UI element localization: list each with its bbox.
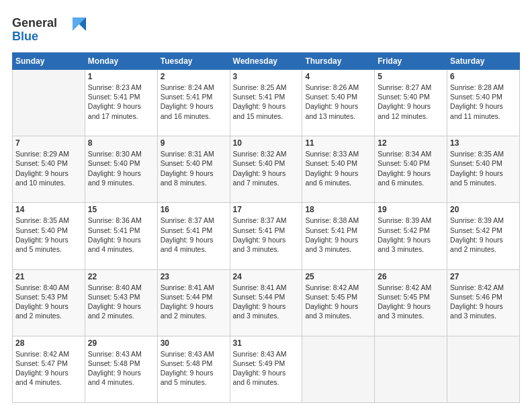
calendar-cell: 24Sunrise: 8:41 AMSunset: 5:44 PMDayligh… xyxy=(230,269,302,336)
day-number: 11 xyxy=(305,138,371,148)
calendar-table: SundayMondayTuesdayWednesdayThursdayFrid… xyxy=(12,52,520,403)
day-info: Sunrise: 8:38 AMSunset: 5:41 PMDaylight:… xyxy=(305,216,371,254)
calendar-cell: 10Sunrise: 8:32 AMSunset: 5:40 PMDayligh… xyxy=(230,136,302,203)
calendar-cell: 11Sunrise: 8:33 AMSunset: 5:40 PMDayligh… xyxy=(302,136,375,203)
day-number: 15 xyxy=(88,205,154,214)
calendar-cell: 4Sunrise: 8:26 AMSunset: 5:40 PMDaylight… xyxy=(302,70,375,136)
week-row-1: 7Sunrise: 8:29 AMSunset: 5:40 PMDaylight… xyxy=(13,136,520,203)
calendar-cell: 21Sunrise: 8:40 AMSunset: 5:43 PMDayligh… xyxy=(13,269,85,336)
calendar-cell: 2Sunrise: 8:24 AMSunset: 5:41 PMDaylight… xyxy=(157,70,230,136)
day-number: 10 xyxy=(233,138,300,148)
day-info: Sunrise: 8:43 AMSunset: 5:48 PMDaylight:… xyxy=(88,349,154,387)
day-info: Sunrise: 8:25 AMSunset: 5:41 PMDaylight:… xyxy=(233,83,300,121)
day-info: Sunrise: 8:31 AMSunset: 5:40 PMDaylight:… xyxy=(161,149,227,187)
calendar-cell: 28Sunrise: 8:42 AMSunset: 5:47 PMDayligh… xyxy=(13,336,85,402)
calendar-cell: 17Sunrise: 8:37 AMSunset: 5:41 PMDayligh… xyxy=(230,203,302,269)
day-info: Sunrise: 8:42 AMSunset: 5:46 PMDaylight:… xyxy=(450,283,517,321)
calendar-cell: 16Sunrise: 8:37 AMSunset: 5:41 PMDayligh… xyxy=(157,203,230,269)
calendar-cell: 19Sunrise: 8:39 AMSunset: 5:42 PMDayligh… xyxy=(375,203,447,269)
day-number: 24 xyxy=(233,272,300,281)
day-number: 30 xyxy=(161,338,227,348)
day-number: 28 xyxy=(15,338,82,348)
day-number: 3 xyxy=(233,72,300,81)
day-info: Sunrise: 8:43 AMSunset: 5:48 PMDaylight:… xyxy=(161,349,227,387)
calendar-cell: 25Sunrise: 8:42 AMSunset: 5:45 PMDayligh… xyxy=(302,269,375,336)
calendar-cell: 26Sunrise: 8:42 AMSunset: 5:45 PMDayligh… xyxy=(375,269,447,336)
calendar-cell: 14Sunrise: 8:35 AMSunset: 5:40 PMDayligh… xyxy=(13,203,85,269)
day-info: Sunrise: 8:41 AMSunset: 5:44 PMDaylight:… xyxy=(233,283,300,321)
day-number: 9 xyxy=(161,138,227,148)
calendar-cell: 29Sunrise: 8:43 AMSunset: 5:48 PMDayligh… xyxy=(85,336,157,402)
day-info: Sunrise: 8:34 AMSunset: 5:40 PMDaylight:… xyxy=(378,149,444,187)
day-number: 13 xyxy=(450,138,517,148)
day-number: 12 xyxy=(378,138,444,148)
day-number: 14 xyxy=(15,205,82,214)
day-info: Sunrise: 8:23 AMSunset: 5:41 PMDaylight:… xyxy=(88,83,154,121)
day-info: Sunrise: 8:42 AMSunset: 5:45 PMDaylight:… xyxy=(378,283,444,321)
day-info: Sunrise: 8:28 AMSunset: 5:40 PMDaylight:… xyxy=(450,83,517,121)
day-info: Sunrise: 8:35 AMSunset: 5:40 PMDaylight:… xyxy=(450,149,517,187)
calendar-cell: 15Sunrise: 8:36 AMSunset: 5:41 PMDayligh… xyxy=(85,203,157,269)
day-number: 18 xyxy=(305,205,371,214)
day-info: Sunrise: 8:24 AMSunset: 5:41 PMDaylight:… xyxy=(161,83,227,121)
day-info: Sunrise: 8:42 AMSunset: 5:47 PMDaylight:… xyxy=(15,349,82,387)
calendar-cell: 7Sunrise: 8:29 AMSunset: 5:40 PMDaylight… xyxy=(13,136,85,203)
day-info: Sunrise: 8:32 AMSunset: 5:40 PMDaylight:… xyxy=(233,149,300,187)
day-number: 6 xyxy=(450,72,517,81)
weekday-header-saturday: Saturday xyxy=(447,53,520,70)
calendar-cell: 31Sunrise: 8:43 AMSunset: 5:49 PMDayligh… xyxy=(230,336,302,402)
svg-text:Blue: Blue xyxy=(12,30,38,43)
weekday-header-thursday: Thursday xyxy=(302,53,375,70)
day-info: Sunrise: 8:27 AMSunset: 5:40 PMDaylight:… xyxy=(378,83,444,121)
day-info: Sunrise: 8:42 AMSunset: 5:45 PMDaylight:… xyxy=(305,283,371,321)
calendar-cell xyxy=(375,336,447,402)
day-number: 26 xyxy=(378,272,444,281)
day-number: 8 xyxy=(88,138,154,148)
calendar-cell: 6Sunrise: 8:28 AMSunset: 5:40 PMDaylight… xyxy=(447,70,520,136)
svg-text:General: General xyxy=(12,16,57,30)
day-number: 21 xyxy=(15,272,82,281)
day-info: Sunrise: 8:43 AMSunset: 5:49 PMDaylight:… xyxy=(233,349,300,387)
day-info: Sunrise: 8:35 AMSunset: 5:40 PMDaylight:… xyxy=(15,216,82,254)
calendar-cell: 22Sunrise: 8:40 AMSunset: 5:43 PMDayligh… xyxy=(85,269,157,336)
page: General Blue SundayMondayTuesdayWednesda… xyxy=(0,0,532,411)
day-info: Sunrise: 8:37 AMSunset: 5:41 PMDaylight:… xyxy=(233,216,300,254)
calendar-cell: 30Sunrise: 8:43 AMSunset: 5:48 PMDayligh… xyxy=(157,336,230,402)
weekday-header-sunday: Sunday xyxy=(13,53,85,70)
day-info: Sunrise: 8:40 AMSunset: 5:43 PMDaylight:… xyxy=(88,283,154,321)
day-info: Sunrise: 8:37 AMSunset: 5:41 PMDaylight:… xyxy=(161,216,227,254)
calendar-cell: 13Sunrise: 8:35 AMSunset: 5:40 PMDayligh… xyxy=(447,136,520,203)
day-info: Sunrise: 8:29 AMSunset: 5:40 PMDaylight:… xyxy=(15,149,82,187)
calendar-cell xyxy=(13,70,85,136)
day-number: 23 xyxy=(161,272,227,281)
calendar-cell: 3Sunrise: 8:25 AMSunset: 5:41 PMDaylight… xyxy=(230,70,302,136)
logo: General Blue xyxy=(12,12,86,47)
day-info: Sunrise: 8:26 AMSunset: 5:40 PMDaylight:… xyxy=(305,83,371,121)
day-info: Sunrise: 8:41 AMSunset: 5:44 PMDaylight:… xyxy=(161,283,227,321)
day-number: 17 xyxy=(233,205,300,214)
day-info: Sunrise: 8:33 AMSunset: 5:40 PMDaylight:… xyxy=(305,149,371,187)
day-number: 31 xyxy=(233,338,300,348)
day-number: 7 xyxy=(15,138,82,148)
day-number: 19 xyxy=(378,205,444,214)
week-row-3: 21Sunrise: 8:40 AMSunset: 5:43 PMDayligh… xyxy=(13,269,520,336)
weekday-header-friday: Friday xyxy=(375,53,447,70)
calendar-cell: 9Sunrise: 8:31 AMSunset: 5:40 PMDaylight… xyxy=(157,136,230,203)
logo-text: General Blue xyxy=(12,12,86,47)
week-row-4: 28Sunrise: 8:42 AMSunset: 5:47 PMDayligh… xyxy=(13,336,520,402)
day-number: 22 xyxy=(88,272,154,281)
calendar-cell: 8Sunrise: 8:30 AMSunset: 5:40 PMDaylight… xyxy=(85,136,157,203)
day-info: Sunrise: 8:39 AMSunset: 5:42 PMDaylight:… xyxy=(378,216,444,254)
day-number: 16 xyxy=(161,205,227,214)
day-info: Sunrise: 8:36 AMSunset: 5:41 PMDaylight:… xyxy=(88,216,154,254)
weekday-header-row: SundayMondayTuesdayWednesdayThursdayFrid… xyxy=(13,53,520,70)
calendar-cell xyxy=(447,336,520,402)
day-number: 25 xyxy=(305,272,371,281)
weekday-header-wednesday: Wednesday xyxy=(230,53,302,70)
day-number: 5 xyxy=(378,72,444,81)
day-number: 27 xyxy=(450,272,517,281)
day-info: Sunrise: 8:39 AMSunset: 5:42 PMDaylight:… xyxy=(450,216,517,254)
calendar-cell: 23Sunrise: 8:41 AMSunset: 5:44 PMDayligh… xyxy=(157,269,230,336)
calendar-cell: 20Sunrise: 8:39 AMSunset: 5:42 PMDayligh… xyxy=(447,203,520,269)
calendar-cell: 12Sunrise: 8:34 AMSunset: 5:40 PMDayligh… xyxy=(375,136,447,203)
